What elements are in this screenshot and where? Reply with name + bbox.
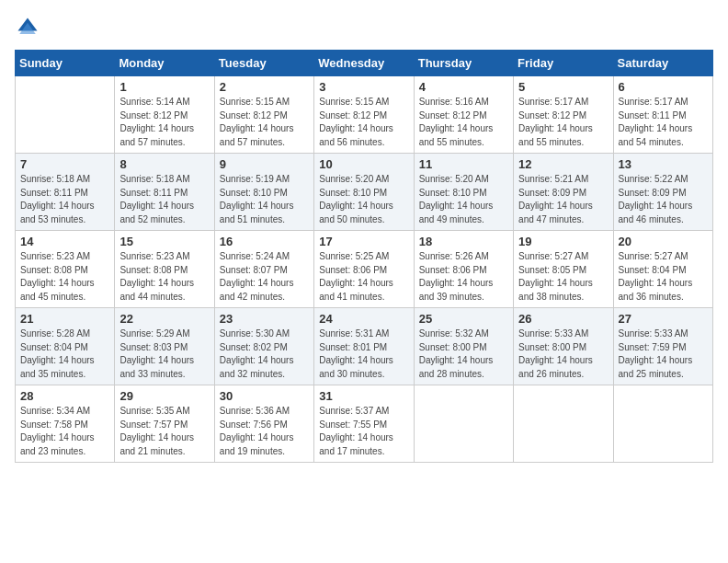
day-info: Sunrise: 5:35 AMSunset: 7:57 PMDaylight:… <box>119 405 209 458</box>
calendar-cell: 13Sunrise: 5:22 AMSunset: 8:09 PMDayligh… <box>613 154 712 231</box>
day-info: Sunrise: 5:27 AMSunset: 8:05 PMDaylight:… <box>518 250 608 304</box>
day-number: 4 <box>419 80 508 94</box>
weekday-header-tuesday: Tuesday <box>214 51 313 76</box>
day-number: 2 <box>220 80 309 94</box>
day-info: Sunrise: 5:20 AMSunset: 8:10 PMDaylight:… <box>419 173 508 226</box>
calendar-cell: 6Sunrise: 5:17 AMSunset: 8:11 PMDaylight… <box>613 76 712 154</box>
day-info: Sunrise: 5:26 AMSunset: 8:06 PMDaylight:… <box>419 250 508 304</box>
calendar-cell <box>613 385 712 463</box>
day-number: 18 <box>419 235 508 248</box>
weekday-header-saturday: Saturday <box>613 51 712 76</box>
day-number: 8 <box>119 157 209 171</box>
calendar-week-row-4: 21Sunrise: 5:28 AMSunset: 8:04 PMDayligh… <box>16 308 713 385</box>
day-number: 27 <box>619 312 708 326</box>
calendar-cell: 14Sunrise: 5:23 AMSunset: 8:08 PMDayligh… <box>16 231 115 308</box>
calendar-cell: 20Sunrise: 5:27 AMSunset: 8:04 PMDayligh… <box>613 231 712 308</box>
day-number: 1 <box>119 80 209 94</box>
calendar-cell <box>16 76 115 154</box>
calendar-cell: 9Sunrise: 5:19 AMSunset: 8:10 PMDaylight… <box>214 154 313 231</box>
day-number: 7 <box>20 157 109 171</box>
day-info: Sunrise: 5:34 AMSunset: 7:58 PMDaylight:… <box>20 405 109 458</box>
calendar-cell: 22Sunrise: 5:29 AMSunset: 8:03 PMDayligh… <box>115 308 214 385</box>
day-info: Sunrise: 5:23 AMSunset: 8:08 PMDaylight:… <box>119 250 209 304</box>
day-info: Sunrise: 5:25 AMSunset: 8:06 PMDaylight:… <box>319 250 408 304</box>
calendar-cell: 12Sunrise: 5:21 AMSunset: 8:09 PMDayligh… <box>514 154 613 231</box>
calendar-cell: 4Sunrise: 5:16 AMSunset: 8:12 PMDaylight… <box>414 76 513 154</box>
day-number: 30 <box>220 389 309 403</box>
calendar-table: SundayMondayTuesdayWednesdayThursdayFrid… <box>15 50 713 463</box>
day-number: 26 <box>518 312 608 326</box>
day-number: 15 <box>119 235 209 248</box>
day-info: Sunrise: 5:20 AMSunset: 8:10 PMDaylight:… <box>319 173 408 226</box>
day-number: 29 <box>119 389 209 403</box>
weekday-header-monday: Monday <box>115 51 214 76</box>
calendar-week-row-1: 1Sunrise: 5:14 AMSunset: 8:12 PMDaylight… <box>16 76 713 154</box>
calendar-cell: 24Sunrise: 5:31 AMSunset: 8:01 PMDayligh… <box>314 308 414 385</box>
day-number: 5 <box>518 80 608 94</box>
calendar-cell: 26Sunrise: 5:33 AMSunset: 8:00 PMDayligh… <box>514 308 613 385</box>
day-number: 17 <box>319 235 408 248</box>
calendar-cell: 19Sunrise: 5:27 AMSunset: 8:05 PMDayligh… <box>514 231 613 308</box>
calendar-cell: 1Sunrise: 5:14 AMSunset: 8:12 PMDaylight… <box>115 76 214 154</box>
page-header <box>15 15 713 40</box>
day-info: Sunrise: 5:29 AMSunset: 8:03 PMDaylight:… <box>119 327 209 381</box>
calendar-cell: 11Sunrise: 5:20 AMSunset: 8:10 PMDayligh… <box>414 154 513 231</box>
calendar-cell: 27Sunrise: 5:33 AMSunset: 7:59 PMDayligh… <box>613 308 712 385</box>
day-number: 24 <box>319 312 408 326</box>
day-info: Sunrise: 5:22 AMSunset: 8:09 PMDaylight:… <box>619 173 708 226</box>
calendar-cell <box>514 385 613 463</box>
day-info: Sunrise: 5:32 AMSunset: 8:00 PMDaylight:… <box>419 327 508 381</box>
day-info: Sunrise: 5:23 AMSunset: 8:08 PMDaylight:… <box>20 250 109 304</box>
day-info: Sunrise: 5:16 AMSunset: 8:12 PMDaylight:… <box>419 96 508 149</box>
calendar-cell: 2Sunrise: 5:15 AMSunset: 8:12 PMDaylight… <box>214 76 313 154</box>
calendar-cell: 10Sunrise: 5:20 AMSunset: 8:10 PMDayligh… <box>314 154 414 231</box>
day-number: 19 <box>518 235 608 248</box>
day-number: 22 <box>119 312 209 326</box>
day-info: Sunrise: 5:36 AMSunset: 7:56 PMDaylight:… <box>220 405 309 458</box>
day-info: Sunrise: 5:15 AMSunset: 8:12 PMDaylight:… <box>319 96 408 149</box>
day-number: 6 <box>619 80 708 94</box>
calendar-cell: 18Sunrise: 5:26 AMSunset: 8:06 PMDayligh… <box>414 231 513 308</box>
day-number: 11 <box>419 157 508 171</box>
logo-icon <box>15 15 40 40</box>
day-number: 31 <box>319 389 408 403</box>
day-info: Sunrise: 5:18 AMSunset: 8:11 PMDaylight:… <box>119 173 209 226</box>
day-info: Sunrise: 5:15 AMSunset: 8:12 PMDaylight:… <box>220 96 309 149</box>
day-info: Sunrise: 5:21 AMSunset: 8:09 PMDaylight:… <box>518 173 608 226</box>
day-info: Sunrise: 5:17 AMSunset: 8:12 PMDaylight:… <box>518 96 608 149</box>
day-info: Sunrise: 5:30 AMSunset: 8:02 PMDaylight:… <box>220 327 309 381</box>
calendar-week-row-5: 28Sunrise: 5:34 AMSunset: 7:58 PMDayligh… <box>16 385 713 463</box>
calendar-cell: 29Sunrise: 5:35 AMSunset: 7:57 PMDayligh… <box>115 385 214 463</box>
calendar-week-row-2: 7Sunrise: 5:18 AMSunset: 8:11 PMDaylight… <box>16 154 713 231</box>
calendar-cell: 28Sunrise: 5:34 AMSunset: 7:58 PMDayligh… <box>16 385 115 463</box>
day-number: 20 <box>619 235 708 248</box>
day-number: 25 <box>419 312 508 326</box>
calendar-cell: 8Sunrise: 5:18 AMSunset: 8:11 PMDaylight… <box>115 154 214 231</box>
day-info: Sunrise: 5:28 AMSunset: 8:04 PMDaylight:… <box>20 327 109 381</box>
calendar-cell: 16Sunrise: 5:24 AMSunset: 8:07 PMDayligh… <box>214 231 313 308</box>
day-info: Sunrise: 5:31 AMSunset: 8:01 PMDaylight:… <box>319 327 408 381</box>
calendar-cell: 30Sunrise: 5:36 AMSunset: 7:56 PMDayligh… <box>214 385 313 463</box>
calendar-cell: 7Sunrise: 5:18 AMSunset: 8:11 PMDaylight… <box>16 154 115 231</box>
day-number: 12 <box>518 157 608 171</box>
day-number: 14 <box>20 235 109 248</box>
day-info: Sunrise: 5:33 AMSunset: 8:00 PMDaylight:… <box>518 327 608 381</box>
calendar-cell: 15Sunrise: 5:23 AMSunset: 8:08 PMDayligh… <box>115 231 214 308</box>
calendar-header-row: SundayMondayTuesdayWednesdayThursdayFrid… <box>16 51 713 76</box>
day-number: 21 <box>20 312 109 326</box>
day-number: 23 <box>220 312 309 326</box>
day-info: Sunrise: 5:24 AMSunset: 8:07 PMDaylight:… <box>220 250 309 304</box>
day-number: 10 <box>319 157 408 171</box>
day-info: Sunrise: 5:33 AMSunset: 7:59 PMDaylight:… <box>619 327 708 381</box>
calendar-cell: 3Sunrise: 5:15 AMSunset: 8:12 PMDaylight… <box>314 76 414 154</box>
day-info: Sunrise: 5:37 AMSunset: 7:55 PMDaylight:… <box>319 405 408 458</box>
day-info: Sunrise: 5:17 AMSunset: 8:11 PMDaylight:… <box>619 96 708 149</box>
day-info: Sunrise: 5:14 AMSunset: 8:12 PMDaylight:… <box>119 96 209 149</box>
day-info: Sunrise: 5:19 AMSunset: 8:10 PMDaylight:… <box>220 173 309 226</box>
day-number: 16 <box>220 235 309 248</box>
calendar-cell: 5Sunrise: 5:17 AMSunset: 8:12 PMDaylight… <box>514 76 613 154</box>
calendar-cell: 23Sunrise: 5:30 AMSunset: 8:02 PMDayligh… <box>214 308 313 385</box>
day-number: 3 <box>319 80 408 94</box>
day-info: Sunrise: 5:18 AMSunset: 8:11 PMDaylight:… <box>20 173 109 226</box>
calendar-week-row-3: 14Sunrise: 5:23 AMSunset: 8:08 PMDayligh… <box>16 231 713 308</box>
